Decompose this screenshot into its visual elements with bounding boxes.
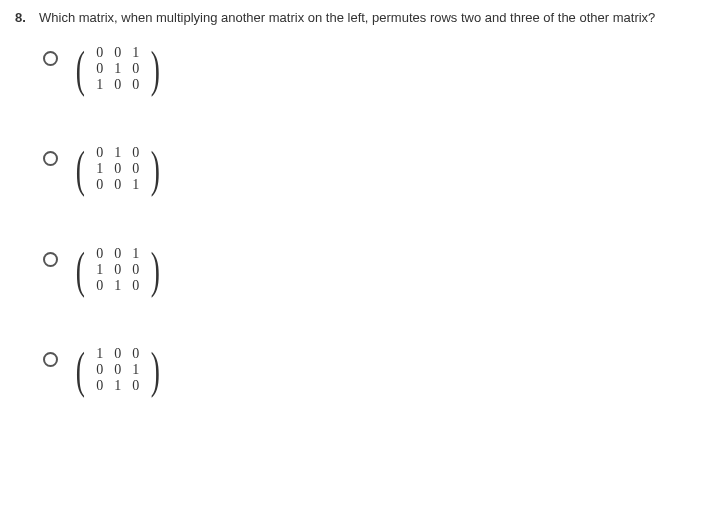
cell: 0 bbox=[109, 77, 127, 93]
cell: 0 bbox=[91, 246, 109, 262]
left-paren-icon: ( bbox=[76, 246, 85, 294]
cell: 0 bbox=[127, 262, 145, 278]
cell: 0 bbox=[127, 278, 145, 294]
cell: 0 bbox=[91, 278, 109, 294]
left-paren-icon: ( bbox=[76, 145, 85, 193]
cell: 1 bbox=[127, 177, 145, 193]
question-row: 8. Which matrix, when multiplying anothe… bbox=[15, 10, 712, 25]
matrix-2: ( 010 100 001 ) bbox=[72, 145, 163, 193]
cell: 0 bbox=[127, 61, 145, 77]
cell: 1 bbox=[91, 77, 109, 93]
right-paren-icon: ) bbox=[150, 45, 159, 93]
matrix-1: ( 001 010 100 ) bbox=[72, 45, 163, 93]
cell: 0 bbox=[91, 61, 109, 77]
cell: 1 bbox=[91, 346, 109, 362]
option-1[interactable]: ( 001 010 100 ) bbox=[43, 45, 712, 93]
options-list: ( 001 010 100 ) ( 010 100 001 ) ( 001 bbox=[15, 45, 712, 394]
cell: 0 bbox=[127, 161, 145, 177]
cell: 1 bbox=[109, 145, 127, 161]
cell: 1 bbox=[127, 246, 145, 262]
cell: 0 bbox=[127, 346, 145, 362]
cell: 0 bbox=[127, 77, 145, 93]
cell: 0 bbox=[127, 378, 145, 394]
cell: 1 bbox=[91, 161, 109, 177]
matrix-3: ( 001 100 010 ) bbox=[72, 246, 163, 294]
left-paren-icon: ( bbox=[76, 45, 85, 93]
radio-icon[interactable] bbox=[43, 352, 58, 367]
matrix-body: 100 001 010 bbox=[89, 346, 147, 394]
matrix-body: 010 100 001 bbox=[89, 145, 147, 193]
right-paren-icon: ) bbox=[150, 346, 159, 394]
cell: 0 bbox=[109, 45, 127, 61]
left-paren-icon: ( bbox=[76, 346, 85, 394]
cell: 0 bbox=[109, 362, 127, 378]
cell: 1 bbox=[109, 61, 127, 77]
cell: 1 bbox=[127, 45, 145, 61]
matrix-body: 001 010 100 bbox=[89, 45, 147, 93]
cell: 0 bbox=[91, 378, 109, 394]
cell: 1 bbox=[91, 262, 109, 278]
radio-icon[interactable] bbox=[43, 252, 58, 267]
cell: 0 bbox=[91, 362, 109, 378]
cell: 1 bbox=[109, 278, 127, 294]
cell: 0 bbox=[91, 45, 109, 61]
cell: 0 bbox=[91, 145, 109, 161]
radio-icon[interactable] bbox=[43, 51, 58, 66]
cell: 0 bbox=[109, 346, 127, 362]
cell: 0 bbox=[109, 246, 127, 262]
option-4[interactable]: ( 100 001 010 ) bbox=[43, 346, 712, 394]
cell: 1 bbox=[127, 362, 145, 378]
cell: 0 bbox=[109, 177, 127, 193]
cell: 0 bbox=[109, 161, 127, 177]
matrix-4: ( 100 001 010 ) bbox=[72, 346, 163, 394]
cell: 0 bbox=[91, 177, 109, 193]
radio-icon[interactable] bbox=[43, 151, 58, 166]
question-number: 8. bbox=[15, 10, 31, 25]
right-paren-icon: ) bbox=[150, 145, 159, 193]
matrix-body: 001 100 010 bbox=[89, 246, 147, 294]
cell: 0 bbox=[127, 145, 145, 161]
option-3[interactable]: ( 001 100 010 ) bbox=[43, 246, 712, 294]
right-paren-icon: ) bbox=[150, 246, 159, 294]
cell: 1 bbox=[109, 378, 127, 394]
cell: 0 bbox=[109, 262, 127, 278]
option-2[interactable]: ( 010 100 001 ) bbox=[43, 145, 712, 193]
question-text: Which matrix, when multiplying another m… bbox=[39, 10, 712, 25]
